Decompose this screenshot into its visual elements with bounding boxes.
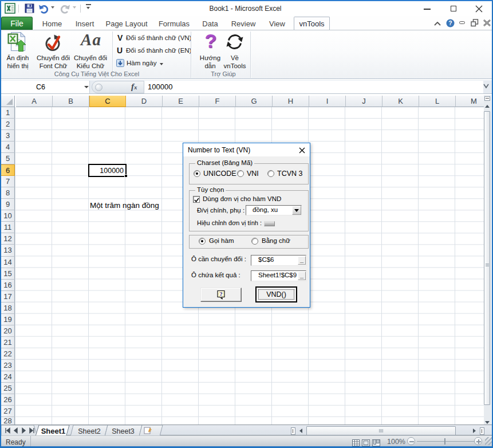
svg-text:Sheet2: Sheet2: [78, 427, 101, 435]
svg-text:?: ?: [220, 291, 223, 297]
svg-text:?: ?: [448, 19, 452, 26]
svg-text:Sheet1: Sheet1: [41, 427, 66, 435]
svg-text:Sheet3: Sheet3: [112, 427, 135, 435]
